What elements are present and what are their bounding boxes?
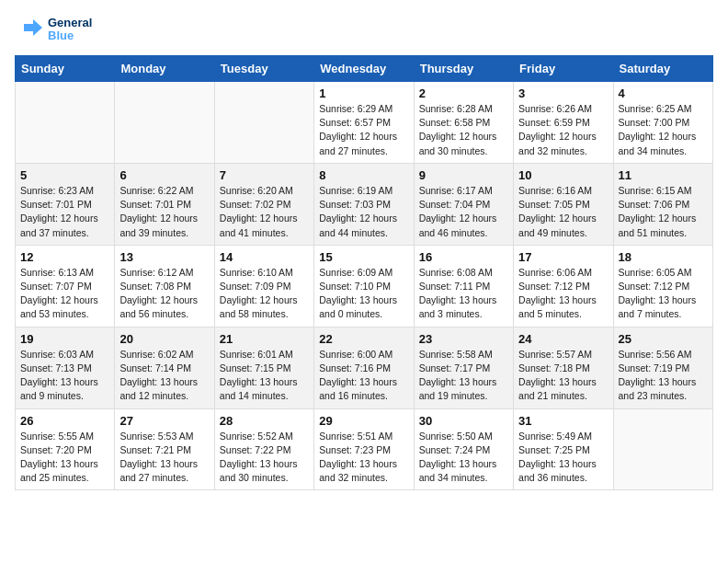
cell-content: 19Sunrise: 6:03 AM Sunset: 7:13 PM Dayli… <box>20 332 109 404</box>
day-number: 23 <box>419 332 508 346</box>
calendar-header-row: SundayMondayTuesdayWednesdayThursdayFrid… <box>16 56 713 82</box>
cell-content: 18Sunrise: 6:05 AM Sunset: 7:12 PM Dayli… <box>619 250 708 322</box>
week-row-2: 5Sunrise: 6:23 AM Sunset: 7:01 PM Daylig… <box>16 163 713 245</box>
week-row-4: 19Sunrise: 6:03 AM Sunset: 7:13 PM Dayli… <box>16 327 713 408</box>
cell-content: 20Sunrise: 6:02 AM Sunset: 7:14 PM Dayli… <box>119 332 209 404</box>
day-info: Sunrise: 6:06 AM Sunset: 7:12 PM Dayligh… <box>518 266 608 322</box>
calendar-cell: 20Sunrise: 6:02 AM Sunset: 7:14 PM Dayli… <box>115 327 214 408</box>
day-info: Sunrise: 6:17 AM Sunset: 7:04 PM Dayligh… <box>419 184 508 240</box>
calendar-cell: 7Sunrise: 6:20 AM Sunset: 7:02 PM Daylig… <box>214 163 313 245</box>
cell-content: 30Sunrise: 5:50 AM Sunset: 7:24 PM Dayli… <box>419 414 508 486</box>
cell-content: 17Sunrise: 6:06 AM Sunset: 7:12 PM Dayli… <box>518 250 608 322</box>
day-info: Sunrise: 6:29 AM Sunset: 6:57 PM Dayligh… <box>319 102 408 158</box>
calendar-cell: 16Sunrise: 6:08 AM Sunset: 7:11 PM Dayli… <box>414 245 513 327</box>
calendar-cell: 29Sunrise: 5:51 AM Sunset: 7:23 PM Dayli… <box>314 408 414 490</box>
weekday-header-sunday: Sunday <box>16 56 115 82</box>
cell-content: 6Sunrise: 6:22 AM Sunset: 7:01 PM Daylig… <box>119 168 209 240</box>
calendar-cell: 2Sunrise: 6:28 AM Sunset: 6:58 PM Daylig… <box>414 82 513 164</box>
day-number: 15 <box>319 250 408 264</box>
day-info: Sunrise: 6:25 AM Sunset: 7:00 PM Dayligh… <box>619 102 708 158</box>
calendar-cell <box>214 82 313 164</box>
day-info: Sunrise: 6:12 AM Sunset: 7:08 PM Dayligh… <box>119 266 209 322</box>
calendar-table: SundayMondayTuesdayWednesdayThursdayFrid… <box>15 55 713 490</box>
cell-content: 25Sunrise: 5:56 AM Sunset: 7:19 PM Dayli… <box>619 332 708 404</box>
page: General Blue SundayMondayTuesdayWednesda… <box>0 0 728 505</box>
day-info: Sunrise: 6:16 AM Sunset: 7:05 PM Dayligh… <box>518 184 608 240</box>
calendar-cell: 3Sunrise: 6:26 AM Sunset: 6:59 PM Daylig… <box>514 82 613 164</box>
day-number: 9 <box>419 168 508 182</box>
calendar-cell: 27Sunrise: 5:53 AM Sunset: 7:21 PM Dayli… <box>115 408 214 490</box>
day-info: Sunrise: 5:49 AM Sunset: 7:25 PM Dayligh… <box>518 430 608 486</box>
day-number: 21 <box>220 332 309 346</box>
day-number: 20 <box>119 332 209 346</box>
day-info: Sunrise: 6:05 AM Sunset: 7:12 PM Dayligh… <box>619 266 708 322</box>
day-number: 27 <box>119 414 209 428</box>
header: General Blue <box>15 15 713 44</box>
day-number: 10 <box>518 168 608 182</box>
svg-marker-1 <box>24 19 42 36</box>
cell-content: 9Sunrise: 6:17 AM Sunset: 7:04 PM Daylig… <box>419 168 508 240</box>
calendar-cell: 21Sunrise: 6:01 AM Sunset: 7:15 PM Dayli… <box>214 327 313 408</box>
cell-content: 22Sunrise: 6:00 AM Sunset: 7:16 PM Dayli… <box>319 332 408 404</box>
day-number: 6 <box>119 168 209 182</box>
calendar-cell: 14Sunrise: 6:10 AM Sunset: 7:09 PM Dayli… <box>214 245 313 327</box>
calendar-cell: 19Sunrise: 6:03 AM Sunset: 7:13 PM Dayli… <box>16 327 115 408</box>
weekday-header-saturday: Saturday <box>613 56 712 82</box>
day-info: Sunrise: 6:23 AM Sunset: 7:01 PM Dayligh… <box>20 184 109 240</box>
day-info: Sunrise: 6:20 AM Sunset: 7:02 PM Dayligh… <box>220 184 309 240</box>
day-number: 24 <box>518 332 608 346</box>
calendar-cell: 9Sunrise: 6:17 AM Sunset: 7:04 PM Daylig… <box>414 163 513 245</box>
cell-content: 2Sunrise: 6:28 AM Sunset: 6:58 PM Daylig… <box>419 86 508 158</box>
cell-content: 16Sunrise: 6:08 AM Sunset: 7:11 PM Dayli… <box>419 250 508 322</box>
calendar-cell: 28Sunrise: 5:52 AM Sunset: 7:22 PM Dayli… <box>214 408 313 490</box>
day-info: Sunrise: 5:56 AM Sunset: 7:19 PM Dayligh… <box>619 348 708 404</box>
logo-text-general: General <box>48 17 92 29</box>
weekday-header-wednesday: Wednesday <box>314 56 414 82</box>
day-info: Sunrise: 6:26 AM Sunset: 6:59 PM Dayligh… <box>518 102 608 158</box>
cell-content: 24Sunrise: 5:57 AM Sunset: 7:18 PM Dayli… <box>518 332 608 404</box>
cell-content: 23Sunrise: 5:58 AM Sunset: 7:17 PM Dayli… <box>419 332 508 404</box>
day-number: 7 <box>220 168 309 182</box>
day-info: Sunrise: 6:28 AM Sunset: 6:58 PM Dayligh… <box>419 102 508 158</box>
day-info: Sunrise: 6:22 AM Sunset: 7:01 PM Dayligh… <box>119 184 209 240</box>
cell-content: 12Sunrise: 6:13 AM Sunset: 7:07 PM Dayli… <box>20 250 109 322</box>
weekday-header-thursday: Thursday <box>414 56 513 82</box>
calendar-cell: 11Sunrise: 6:15 AM Sunset: 7:06 PM Dayli… <box>613 163 712 245</box>
calendar-cell: 8Sunrise: 6:19 AM Sunset: 7:03 PM Daylig… <box>314 163 414 245</box>
cell-content: 27Sunrise: 5:53 AM Sunset: 7:21 PM Dayli… <box>119 414 209 486</box>
cell-content: 7Sunrise: 6:20 AM Sunset: 7:02 PM Daylig… <box>220 168 309 240</box>
calendar-cell: 6Sunrise: 6:22 AM Sunset: 7:01 PM Daylig… <box>115 163 214 245</box>
day-number: 1 <box>319 86 408 100</box>
week-row-5: 26Sunrise: 5:55 AM Sunset: 7:20 PM Dayli… <box>16 408 713 490</box>
day-info: Sunrise: 6:19 AM Sunset: 7:03 PM Dayligh… <box>319 184 408 240</box>
cell-content: 28Sunrise: 5:52 AM Sunset: 7:22 PM Dayli… <box>220 414 309 486</box>
day-number: 17 <box>518 250 608 264</box>
weekday-header-tuesday: Tuesday <box>214 56 313 82</box>
calendar-cell: 22Sunrise: 6:00 AM Sunset: 7:16 PM Dayli… <box>314 327 414 408</box>
day-number: 25 <box>619 332 708 346</box>
day-info: Sunrise: 6:09 AM Sunset: 7:10 PM Dayligh… <box>319 266 408 322</box>
calendar-cell <box>16 82 115 164</box>
day-number: 18 <box>619 250 708 264</box>
logo-text-blue: Blue <box>48 29 92 42</box>
day-number: 13 <box>119 250 209 264</box>
day-info: Sunrise: 6:13 AM Sunset: 7:07 PM Dayligh… <box>20 266 109 322</box>
day-info: Sunrise: 5:57 AM Sunset: 7:18 PM Dayligh… <box>518 348 608 404</box>
day-number: 28 <box>220 414 309 428</box>
calendar-cell: 10Sunrise: 6:16 AM Sunset: 7:05 PM Dayli… <box>514 163 613 245</box>
cell-content: 14Sunrise: 6:10 AM Sunset: 7:09 PM Dayli… <box>220 250 309 322</box>
calendar-cell: 4Sunrise: 6:25 AM Sunset: 7:00 PM Daylig… <box>613 82 712 164</box>
day-number: 3 <box>518 86 608 100</box>
day-info: Sunrise: 5:51 AM Sunset: 7:23 PM Dayligh… <box>319 430 408 486</box>
day-info: Sunrise: 6:00 AM Sunset: 7:16 PM Dayligh… <box>319 348 408 404</box>
cell-content: 10Sunrise: 6:16 AM Sunset: 7:05 PM Dayli… <box>518 168 608 240</box>
day-number: 19 <box>20 332 109 346</box>
cell-content: 29Sunrise: 5:51 AM Sunset: 7:23 PM Dayli… <box>319 414 408 486</box>
day-info: Sunrise: 6:08 AM Sunset: 7:11 PM Dayligh… <box>419 266 508 322</box>
calendar-cell: 5Sunrise: 6:23 AM Sunset: 7:01 PM Daylig… <box>16 163 115 245</box>
day-number: 11 <box>619 168 708 182</box>
cell-content: 15Sunrise: 6:09 AM Sunset: 7:10 PM Dayli… <box>319 250 408 322</box>
day-number: 12 <box>20 250 109 264</box>
cell-content: 5Sunrise: 6:23 AM Sunset: 7:01 PM Daylig… <box>20 168 109 240</box>
day-info: Sunrise: 5:55 AM Sunset: 7:20 PM Dayligh… <box>20 430 109 486</box>
